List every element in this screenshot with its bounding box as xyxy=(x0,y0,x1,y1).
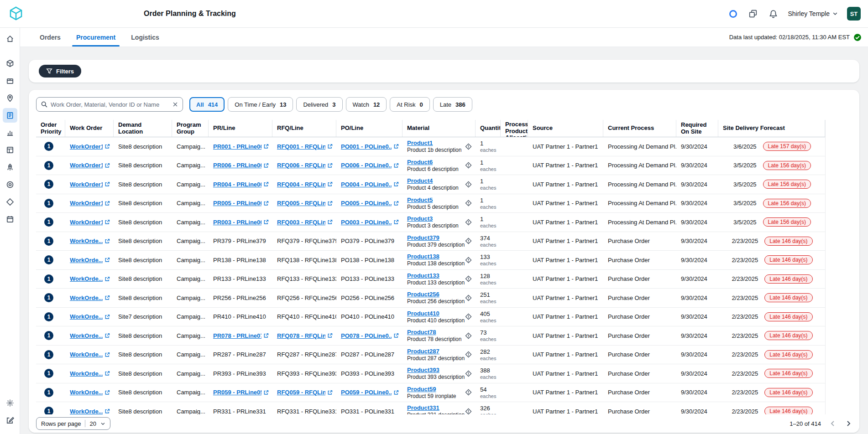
rfq-line-link[interactable]: RFQ059 - RFQLin... xyxy=(277,389,325,396)
material-link[interactable]: Product393 xyxy=(407,367,465,373)
pr-line-link[interactable]: PR001 - PRLine001 xyxy=(213,143,261,150)
clear-search-icon[interactable] xyxy=(172,101,178,108)
rfq-line-link[interactable]: RFQ078 - RFQLin... xyxy=(277,332,325,339)
material-link[interactable]: Product256 xyxy=(407,291,465,298)
material-link[interactable]: Product6 xyxy=(407,159,459,165)
material-link[interactable]: Product410 xyxy=(407,310,465,317)
sidebar-item-materials[interactable] xyxy=(3,195,17,209)
material-link[interactable]: Product59 xyxy=(407,386,456,393)
chip-all[interactable]: All414 xyxy=(189,97,225,112)
col-site-delivery-forecast[interactable]: Site Delivery Forecast xyxy=(718,120,825,137)
col-pr-line[interactable]: PR/Line xyxy=(209,120,272,137)
col-current-process[interactable]: Current Process xyxy=(603,120,676,137)
chip-on-time-early[interactable]: On Time / Early13 xyxy=(228,97,293,112)
chip-watch[interactable]: Watch12 xyxy=(346,97,387,112)
tab-procurement[interactable]: Procurement xyxy=(68,28,123,46)
search-input[interactable] xyxy=(51,101,169,108)
rfq-line-link[interactable]: RFQ004 - RFQLin... xyxy=(277,181,325,188)
work-order-link[interactable]: WorkOrde... xyxy=(70,294,103,301)
work-order-link[interactable]: WorkOrde... xyxy=(70,275,103,282)
prev-page-icon[interactable] xyxy=(829,420,837,427)
sidebar-item-edit[interactable] xyxy=(3,413,17,428)
col-allocation-type[interactable]: Process Product Allocation Type xyxy=(501,120,528,137)
sidebar-item-calendar[interactable] xyxy=(3,212,17,227)
work-order-link[interactable]: WorkOrde... xyxy=(70,351,103,358)
material-link[interactable]: Product133 xyxy=(407,272,465,279)
work-order-link[interactable]: WorkOrde... xyxy=(70,408,103,415)
work-order-link[interactable]: WorkOrder1 xyxy=(70,162,103,169)
po-line-link[interactable]: PO059 - POLine0... xyxy=(341,389,392,396)
pr-line-link[interactable]: PR006 - PRLine006 xyxy=(213,162,261,169)
po-line-link[interactable]: PO078 - POLine0... xyxy=(341,332,392,339)
tab-orders[interactable]: Orders xyxy=(32,28,68,46)
work-order-link[interactable]: WorkOrde... xyxy=(70,313,103,320)
work-order-link[interactable]: WorkOrder1 xyxy=(70,219,103,226)
rfq-line-link[interactable]: RFQ006 - RFQLin... xyxy=(277,162,325,169)
material-link[interactable]: Product3 xyxy=(407,215,459,222)
po-line-link[interactable]: PO006 - POLine0... xyxy=(341,162,392,169)
material-link[interactable]: Product4 xyxy=(407,177,459,184)
sidebar-item-locations[interactable] xyxy=(3,91,17,105)
po-line-link[interactable]: PO001 - POLine0... xyxy=(341,143,392,150)
user-avatar[interactable]: ST xyxy=(847,7,861,21)
work-order-link[interactable]: WorkOrde... xyxy=(70,370,103,377)
sidebar-item-home[interactable] xyxy=(3,31,17,46)
material-link[interactable]: Product1 xyxy=(407,140,461,146)
next-page-icon[interactable] xyxy=(845,420,852,427)
work-order-link[interactable]: WorkOrde... xyxy=(70,389,103,396)
col-po-line[interactable]: PO/Line xyxy=(336,120,403,137)
work-order-link[interactable]: WorkOrder1 xyxy=(70,143,103,150)
sidebar-item-settings[interactable] xyxy=(3,396,17,410)
pr-line-link[interactable]: PR004 - PRLine004 xyxy=(213,181,261,188)
work-order-link[interactable]: WorkOrder1 xyxy=(70,200,103,207)
po-line-link[interactable]: PO003 - POLine0... xyxy=(341,219,392,226)
col-demand-location[interactable]: Demand Location xyxy=(114,120,172,137)
sidebar-item-launch[interactable] xyxy=(3,160,17,175)
col-work-order[interactable]: Work Order xyxy=(65,120,114,137)
work-order-link[interactable]: WorkOrde... xyxy=(70,332,103,339)
chip-delivered[interactable]: Delivered3 xyxy=(296,97,342,112)
filters-button[interactable]: Filters xyxy=(39,65,81,78)
rfq-line-link[interactable]: RFQ005 - RFQLin... xyxy=(277,200,325,207)
sidebar-item-orders[interactable] xyxy=(3,108,17,123)
sidebar-item-analytics[interactable] xyxy=(3,125,17,140)
sidebar-item-reports[interactable] xyxy=(3,143,17,157)
pr-line-link[interactable]: PR005 - PRLine005 xyxy=(213,200,261,207)
col-required-on-site[interactable]: Required On Site xyxy=(676,120,718,137)
q-assistant-icon[interactable] xyxy=(727,8,738,19)
col-program-group[interactable]: Program Group xyxy=(172,120,209,137)
material-link[interactable]: Product5 xyxy=(407,196,459,203)
sidebar-item-products[interactable] xyxy=(3,56,17,71)
material-link[interactable]: Product331 xyxy=(407,404,465,411)
source-cell: UAT Partner 1 - Partner1 xyxy=(528,346,603,364)
chip-late[interactable]: Late386 xyxy=(433,97,472,112)
rows-per-page-select[interactable]: Rows per page 20 xyxy=(36,417,110,430)
work-order-link[interactable]: WorkOrde... xyxy=(70,238,103,244)
col-quantity[interactable]: Quantity xyxy=(476,120,501,137)
material-link[interactable]: Product78 xyxy=(407,329,461,336)
tab-logistics[interactable]: Logistics xyxy=(123,28,167,46)
sidebar-item-shipments[interactable] xyxy=(3,73,17,88)
material-link[interactable]: Product287 xyxy=(407,348,465,355)
pr-line-link[interactable]: PR078 - PRLine078 xyxy=(213,332,261,339)
rfq-line-link[interactable]: RFQ001 - RFQLin... xyxy=(277,143,325,150)
work-order-link[interactable]: WorkOrder1 xyxy=(70,181,103,188)
po-line-link[interactable]: PO005 - POLine0... xyxy=(341,200,392,207)
col-order-priority[interactable]: Order Priority xyxy=(36,120,65,137)
material-link[interactable]: Product379 xyxy=(407,234,465,241)
work-order-link[interactable]: WorkOrde... xyxy=(70,257,103,264)
col-rfq-line[interactable]: RFQ/Line xyxy=(272,120,336,137)
col-source[interactable]: Source xyxy=(528,120,603,137)
pr-line-link[interactable]: PR059 - PRLine059 xyxy=(213,389,261,396)
material-link[interactable]: Product138 xyxy=(407,253,465,260)
col-material[interactable]: Material xyxy=(403,120,476,137)
notifications-bell-icon[interactable] xyxy=(768,8,779,19)
app-logo-icon[interactable] xyxy=(7,5,25,22)
rfq-line-link[interactable]: RFQ003 - RFQLin... xyxy=(277,219,325,226)
chip-at-risk[interactable]: At Risk0 xyxy=(390,97,429,112)
pr-line-link[interactable]: PR003 - PRLine003 xyxy=(213,219,261,226)
copy-windows-icon[interactable] xyxy=(748,8,758,19)
po-line-link[interactable]: PO004 - POLine0... xyxy=(341,181,392,188)
user-menu[interactable]: Shirley Temple xyxy=(788,10,838,17)
sidebar-item-targets[interactable] xyxy=(3,177,17,192)
